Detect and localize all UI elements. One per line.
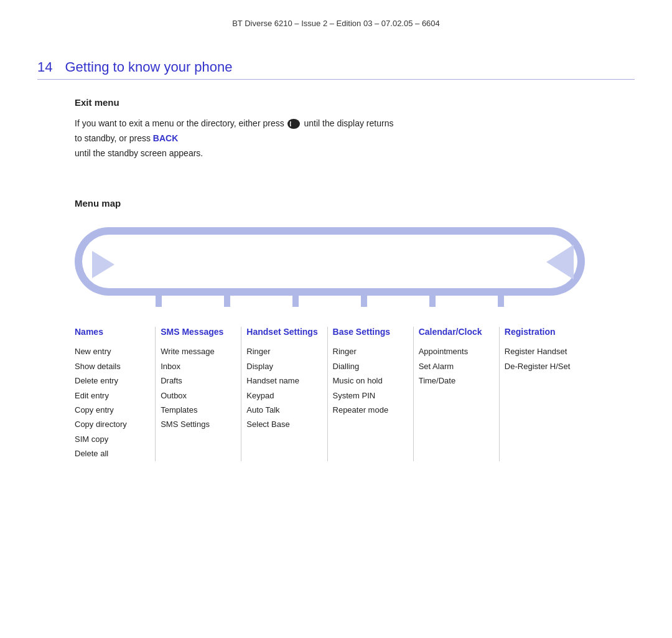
tick-4 xyxy=(361,289,367,307)
section-divider xyxy=(37,79,635,80)
menu-col-items-4: AppointmentsSet AlarmTime/Date xyxy=(419,344,493,388)
menu-col-header-5: Registration xyxy=(505,327,579,337)
menu-col-header-4: Calendar/Clock xyxy=(419,327,493,337)
tick-5 xyxy=(429,289,436,307)
menu-item: Delete entry xyxy=(75,373,149,388)
menu-item: Copy entry xyxy=(75,403,149,417)
menu-item: Register Handset xyxy=(505,344,579,359)
exit-text-before: If you want to exit a menu or the direct… xyxy=(75,118,284,128)
menu-item: Show details xyxy=(75,359,149,373)
menu-col-header-2: Handset Settings xyxy=(246,327,320,337)
tick-marks xyxy=(75,289,585,307)
menu-item: Inbox xyxy=(161,359,235,373)
menu-col-items-2: RingerDisplayHandset nameKeypadAuto Talk… xyxy=(246,344,320,431)
menu-item: Templates xyxy=(161,403,235,417)
tick-6 xyxy=(498,289,504,307)
menu-item: De-Register H/Set xyxy=(505,359,579,373)
exit-text-after: until the standby screen appears. xyxy=(75,148,203,158)
svg-point-0 xyxy=(287,119,300,129)
menu-column-handset-settings: Handset SettingsRingerDisplayHandset nam… xyxy=(241,327,327,461)
chapter-header: 14 Getting to know your phone xyxy=(37,59,635,75)
menu-col-header-3: Base Settings xyxy=(333,327,407,337)
menu-item: Write message xyxy=(161,344,235,359)
menu-column-base-settings: Base SettingsRingerDiallingMusic on hold… xyxy=(328,327,414,461)
menu-item: Drafts xyxy=(161,373,235,388)
menu-column-registration: RegistrationRegister HandsetDe-Register … xyxy=(500,327,585,461)
menu-column-calendar/clock: Calendar/ClockAppointmentsSet AlarmTime/… xyxy=(414,327,500,461)
menu-column-sms-messages: SMS MessagesWrite messageInboxDraftsOutb… xyxy=(156,327,241,461)
menu-col-items-3: RingerDiallingMusic on holdSystem PINRep… xyxy=(333,344,407,417)
header-title-text: BT Diverse 6210 – Issue 2 – Edition 03 –… xyxy=(232,19,440,28)
menu-racetrack-diagram xyxy=(75,227,585,308)
page-header: BT Diverse 6210 – Issue 2 – Edition 03 –… xyxy=(37,19,635,28)
menu-item: Delete all xyxy=(75,446,149,461)
menu-item: Ringer xyxy=(333,344,407,359)
menu-map-section: Menu map NamesNew entryShow details xyxy=(75,198,635,461)
tick-2 xyxy=(224,289,230,307)
racetrack-outer xyxy=(75,227,585,296)
menu-col-items-1: Write messageInboxDraftsOutboxTemplatesS… xyxy=(161,344,235,431)
menu-item: Appointments xyxy=(419,344,493,359)
chapter-number: 14 xyxy=(37,59,52,75)
exit-menu-section: Exit menu If you want to exit a menu or … xyxy=(75,97,635,161)
menu-columns: NamesNew entryShow detailsDelete entryEd… xyxy=(75,327,585,461)
menu-col-header-0: Names xyxy=(75,327,149,337)
menu-map-heading: Menu map xyxy=(75,198,635,209)
menu-item: System PIN xyxy=(333,388,407,403)
menu-item: Copy directory xyxy=(75,417,149,431)
menu-col-items-0: New entryShow detailsDelete entryEdit en… xyxy=(75,344,149,461)
menu-item: Time/Date xyxy=(419,373,493,388)
forward-arrow-icon xyxy=(92,251,114,278)
tick-3 xyxy=(292,289,299,307)
menu-item: Set Alarm xyxy=(419,359,493,373)
racetrack-inner xyxy=(82,235,577,288)
menu-item: Music on hold xyxy=(333,373,407,388)
menu-item: Display xyxy=(246,359,320,373)
back-link: BACK xyxy=(153,133,178,143)
chapter-title: Getting to know your phone xyxy=(65,59,232,75)
menu-item: New entry xyxy=(75,344,149,359)
tick-1 xyxy=(156,289,162,307)
menu-item: Select Base xyxy=(246,417,320,431)
menu-item: Keypad xyxy=(246,388,320,403)
menu-col-items-5: Register HandsetDe-Register H/Set xyxy=(505,344,579,373)
back-arrow-icon xyxy=(546,245,574,279)
exit-menu-text: If you want to exit a menu or the direct… xyxy=(75,116,398,161)
menu-item: Handset name xyxy=(246,373,320,388)
menu-item: Edit entry xyxy=(75,388,149,403)
menu-item: Repeater mode xyxy=(333,403,407,417)
page: BT Diverse 6210 – Issue 2 – Edition 03 –… xyxy=(0,0,672,638)
menu-item: SMS Settings xyxy=(161,417,235,431)
menu-item: SIM copy xyxy=(75,432,149,446)
menu-item: Auto Talk xyxy=(246,403,320,417)
menu-item: Outbox xyxy=(161,388,235,403)
menu-col-header-1: SMS Messages xyxy=(161,327,235,337)
menu-item: Dialling xyxy=(333,359,407,373)
handset-icon xyxy=(287,118,301,129)
menu-item: Ringer xyxy=(246,344,320,359)
menu-column-names: NamesNew entryShow detailsDelete entryEd… xyxy=(75,327,156,461)
exit-menu-heading: Exit menu xyxy=(75,97,635,108)
